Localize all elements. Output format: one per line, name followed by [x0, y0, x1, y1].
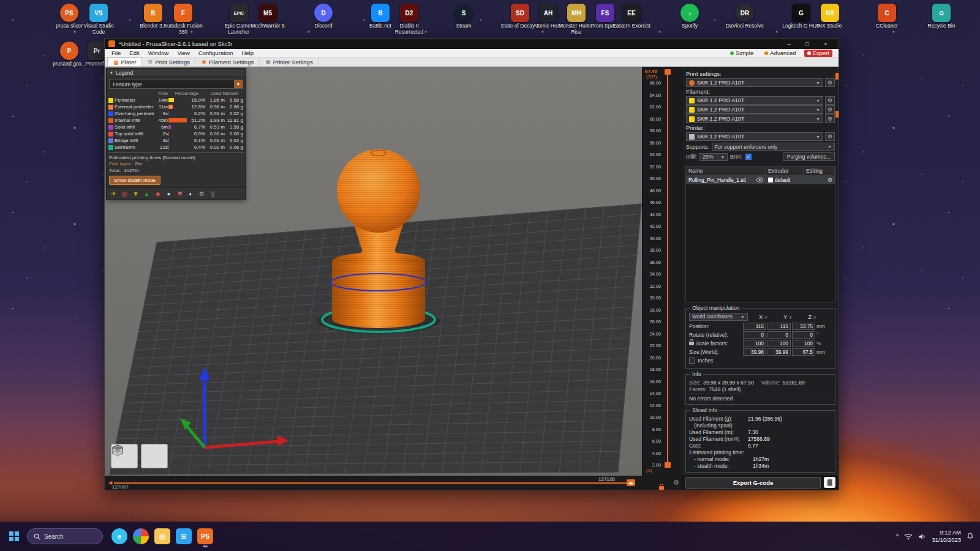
manip-input-x[interactable]: 100: [743, 340, 766, 347]
scale-lock-icon[interactable]: [689, 342, 694, 345]
menu-help[interactable]: Help: [237, 50, 258, 56]
supports-combo[interactable]: For support enforcers only▼: [712, 143, 835, 151]
wifi-icon[interactable]: [904, 533, 913, 540]
taskbar-app-prusa-slicer[interactable]: PS: [197, 528, 213, 544]
minimize-button[interactable]: –: [780, 39, 798, 49]
axis-reset-icon[interactable]: ↺: [787, 315, 792, 320]
sidebar-collapse-marker-2[interactable]: [835, 111, 839, 118]
inches-checkbox[interactable]: [689, 358, 695, 364]
coordinates-combo[interactable]: World coordinates▼: [689, 313, 748, 321]
moves-slider-handle[interactable]: ◀▶: [627, 479, 635, 486]
manip-input-y[interactable]: 0: [767, 331, 791, 339]
layers-view-button[interactable]: [141, 444, 168, 468]
tab-plater[interactable]: ▦Plater: [107, 58, 142, 66]
manip-input-z[interactable]: 0: [792, 331, 815, 339]
manip-input-y[interactable]: 100: [767, 340, 791, 347]
taskbar-app-microsoft-store[interactable]: ⊞: [176, 528, 192, 544]
tab-printer-settings[interactable]: ▣Printer Settings: [260, 58, 318, 66]
desktop-icon-davinci-resolve[interactable]: DRDaVinci Resolve: [725, 4, 764, 29]
visibility-eye-icon[interactable]: [756, 178, 763, 182]
show-stealth-mode-button[interactable]: Show stealth mode: [109, 176, 160, 185]
manip-input-y[interactable]: 39.99: [767, 348, 791, 356]
layer-slider-lower-handle[interactable]: [665, 462, 671, 468]
brim-checkbox[interactable]: ✓: [745, 154, 752, 160]
manip-input-z[interactable]: 100: [792, 340, 815, 347]
taskbar-app-edge[interactable]: e: [111, 528, 127, 544]
taskbar-search[interactable]: Search: [27, 528, 103, 544]
menu-configuration[interactable]: Configuration: [194, 50, 238, 56]
print-settings-combo[interactable]: SKR 1.2 PRO A10T▼: [686, 78, 823, 87]
filament-gear-button-2[interactable]: ⚙: [825, 105, 835, 114]
slider-lock-icon[interactable]: [659, 481, 664, 492]
taskbar-app-chrome[interactable]: [133, 528, 149, 544]
slider-settings-gear-icon[interactable]: ⚙: [673, 479, 679, 487]
close-button[interactable]: ×: [816, 39, 835, 49]
filament-combo-2[interactable]: SKR 1.2 PRO A10T▼: [686, 105, 823, 114]
layer-slider-track[interactable]: [667, 70, 668, 467]
object-row-rolling-pin-handle[interactable]: Rolling_Pin_Handle_1.stl default ⚙: [686, 176, 835, 184]
desktop-icon-recycle-bin[interactable]: ♻Recycle Bin: [922, 4, 961, 29]
menu-window[interactable]: Window: [144, 50, 173, 56]
tool-changes-icon[interactable]: ●: [165, 190, 173, 198]
deretractions-icon[interactable]: ▲: [143, 190, 151, 198]
infill-combo[interactable]: 20%▼: [699, 153, 728, 161]
moves-slider-track[interactable]: [114, 482, 631, 484]
menu-file[interactable]: File: [107, 50, 125, 56]
color-changes-icon[interactable]: ⚑: [176, 190, 184, 198]
export-gcode-button[interactable]: Export G-code: [685, 477, 821, 489]
wipe-moves-icon[interactable]: ▥: [121, 190, 129, 198]
seams-icon[interactable]: ◆: [154, 190, 162, 198]
pause-prints-icon[interactable]: ◐: [187, 190, 195, 198]
menu-view[interactable]: View: [173, 50, 194, 56]
retractions-icon[interactable]: ▼: [132, 190, 140, 198]
desktop-icon-eastern-exorcist[interactable]: EEEastern Exorcist: [612, 4, 651, 29]
taskbar-clock[interactable]: 9:12 AM 31/10/2023: [932, 529, 961, 544]
desktop-icon-spotify[interactable]: ♪Spotify: [670, 4, 709, 29]
shells-icon[interactable]: ▯: [209, 190, 217, 198]
legend-header[interactable]: ▼ Legend: [107, 69, 246, 77]
manip-input-x[interactable]: 0: [743, 331, 766, 339]
axis-reset-icon[interactable]: ↺: [763, 315, 767, 320]
filament-combo-1[interactable]: SKR 1.2 PRO A10T▼: [686, 96, 823, 105]
start-button[interactable]: [6, 528, 22, 544]
tray-expand-icon[interactable]: ^: [896, 533, 899, 540]
desktop-icon-visual-studio-code[interactable]: VSVisual Studio Code: [79, 4, 118, 35]
notifications-bell-icon[interactable]: [967, 533, 974, 540]
manip-input-z[interactable]: 33.75: [792, 323, 815, 330]
feature-type-dropdown[interactable]: Feature type ▼: [109, 80, 243, 89]
printer-gear-button[interactable]: ⚙: [825, 132, 835, 141]
manip-input-y[interactable]: 115: [767, 323, 791, 330]
mode-advanced[interactable]: Advanced: [761, 50, 799, 57]
travel-moves-icon[interactable]: ✈: [110, 190, 118, 198]
menu-edit[interactable]: Edit: [125, 50, 143, 56]
desktop-icon-steam[interactable]: SSteam: [444, 4, 483, 29]
filament-combo-3[interactable]: SKR 1.2 PRO A10T▼: [686, 114, 823, 123]
viewport-3d[interactable]: ▼ Legend Feature type ▼ Time Percentage …: [105, 67, 642, 477]
purging-volumes-button[interactable]: Purging volumes...: [783, 152, 835, 161]
export-to-sd-button[interactable]: [824, 477, 835, 488]
custom-gcode-icon[interactable]: ⚙: [198, 190, 206, 198]
print-settings-gear-button[interactable]: ⚙: [825, 78, 835, 87]
desktop-icon-mechwarrior-5[interactable]: M5MechWarrior 5: [248, 4, 287, 29]
desktop-icon-nx-studio[interactable]: NXNX Studio: [810, 4, 850, 29]
editing-icon[interactable]: ⚙: [827, 177, 832, 183]
maximize-button[interactable]: □: [798, 39, 816, 49]
mode-simple[interactable]: Simple: [727, 50, 756, 57]
desktop-icon-diablo-ii-resurrected[interactable]: D2Diablo II Resurrected: [390, 4, 429, 35]
dropdown-arrow-icon[interactable]: ▼: [234, 80, 243, 88]
manip-input-x[interactable]: 39.98: [743, 348, 766, 356]
tab-filament-settings[interactable]: ◉Filament Settings: [196, 58, 260, 66]
manip-input-x[interactable]: 115: [743, 323, 766, 330]
desktop-icon-autodesk-fusion-360[interactable]: FAutodesk Fusion 360: [164, 4, 203, 35]
layer-slider-upper-handle[interactable]: [665, 69, 671, 75]
axis-reset-icon[interactable]: ↺: [812, 315, 816, 320]
title-bar[interactable]: *Untitled - PrusaSlicer-2.6.1 based on S…: [105, 39, 839, 49]
taskbar-app-file-explorer[interactable]: ▤: [154, 528, 170, 544]
manip-input-z[interactable]: 67.5: [792, 348, 815, 356]
tab-print-settings[interactable]: ⚙Print Settings: [142, 58, 196, 66]
desktop-icon-ccleaner[interactable]: CCCleaner: [867, 4, 907, 29]
mode-expert[interactable]: Expert: [804, 50, 832, 57]
volume-icon[interactable]: [918, 533, 926, 540]
desktop-icon-discord[interactable]: DDiscord: [304, 4, 343, 29]
sidebar-collapse-marker[interactable]: [835, 73, 839, 80]
